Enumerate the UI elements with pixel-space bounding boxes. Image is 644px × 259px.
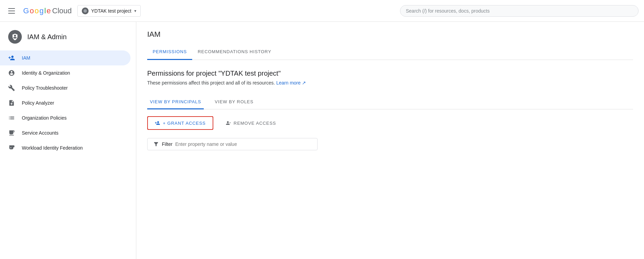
- sidebar-item-workload-label: Workload Identity Federation: [22, 145, 122, 151]
- filter-label: Filter: [162, 141, 172, 147]
- content-body: Permissions for project "YDTAK test proj…: [136, 60, 644, 160]
- search-bar[interactable]: Search (/) for resources, docs, products: [400, 5, 639, 17]
- filter-input[interactable]: [175, 141, 277, 147]
- topbar-left: Google Cloud YDTAK test project ▾: [5, 5, 141, 17]
- main-layout: IAM & Admin IAM Identity & Organization: [0, 22, 644, 259]
- iam-admin-icon: [8, 30, 22, 44]
- wrench-icon: [8, 85, 16, 91]
- sidebar-item-policy-analyzer[interactable]: Policy Analyzer: [0, 95, 131, 110]
- sidebar-item-org-policies[interactable]: Organization Policies: [0, 110, 131, 125]
- monitor-key-icon: [8, 144, 16, 151]
- project-dot-icon: [82, 7, 89, 14]
- logo-g2-blue: g: [40, 6, 44, 15]
- topbar: Google Cloud YDTAK test project ▾ Search…: [0, 0, 644, 22]
- logo-o-red: o: [30, 6, 34, 15]
- sidebar-item-service-accounts[interactable]: Service Accounts: [0, 125, 131, 140]
- list-icon: [8, 115, 16, 121]
- main-tabs: PERMISSIONS RECOMMENDATIONS HISTORY: [147, 44, 633, 60]
- sidebar-item-iam-label: IAM: [22, 55, 122, 61]
- page-title: IAM: [147, 30, 633, 39]
- logo-l-green: l: [44, 6, 46, 15]
- remove-access-button[interactable]: REMOVE ACCESS: [219, 116, 283, 130]
- sidebar-item-service-accounts-label: Service Accounts: [22, 130, 122, 136]
- google-logo: Google Cloud: [23, 6, 72, 15]
- learn-more-link[interactable]: Learn more ↗: [276, 80, 306, 86]
- project-name: YDTAK test project: [91, 8, 132, 14]
- tab-permissions[interactable]: PERMISSIONS: [147, 44, 192, 60]
- sidebar-header: IAM & Admin: [0, 25, 136, 50]
- sidebar-title: IAM & Admin: [27, 33, 67, 41]
- document-search-icon: [8, 100, 16, 106]
- person-remove-icon: [226, 120, 231, 126]
- permissions-description: These permissions affect this project an…: [147, 80, 633, 86]
- grant-access-button[interactable]: + GRANT ACCESS: [147, 116, 213, 130]
- sidebar-item-policy-analyzer-label: Policy Analyzer: [22, 100, 122, 106]
- action-buttons: + GRANT ACCESS REMOVE ACCESS: [147, 116, 633, 130]
- sidebar-item-identity-org[interactable]: Identity & Organization: [0, 65, 131, 80]
- logo-e-red: e: [47, 6, 51, 15]
- permissions-title: Permissions for project "YDTAK test proj…: [147, 70, 633, 77]
- person-add-icon: [8, 55, 16, 61]
- sub-tab-by-roles[interactable]: VIEW BY ROLES: [212, 95, 256, 109]
- monitor-person-icon: [8, 130, 16, 136]
- person-add-button-icon: [155, 120, 160, 126]
- content-area: IAM PERMISSIONS RECOMMENDATIONS HISTORY …: [136, 22, 644, 259]
- sidebar-item-identity-label: Identity & Organization: [22, 70, 122, 76]
- person-circle-icon: [8, 70, 16, 76]
- logo-cloud-text: Cloud: [52, 6, 72, 15]
- sidebar-item-workload-identity[interactable]: Workload Identity Federation: [0, 140, 131, 155]
- project-selector[interactable]: YDTAK test project ▾: [77, 5, 141, 17]
- search-placeholder: Search (/) for resources, docs, products: [406, 8, 490, 14]
- content-header: IAM PERMISSIONS RECOMMENDATIONS HISTORY: [136, 22, 644, 60]
- sidebar: IAM & Admin IAM Identity & Organization: [0, 22, 136, 259]
- sidebar-item-iam[interactable]: IAM: [0, 50, 131, 65]
- sidebar-item-policy-troubleshooter-label: Policy Troubleshooter: [22, 85, 122, 91]
- logo-g-blue: G: [23, 6, 29, 15]
- sidebar-item-policy-troubleshooter[interactable]: Policy Troubleshooter: [0, 80, 131, 95]
- chevron-down-icon: ▾: [134, 9, 136, 13]
- filter-icon: [153, 141, 159, 147]
- shield-person-icon: [11, 33, 19, 41]
- sub-tabs: VIEW BY PRINCIPALS VIEW BY ROLES: [147, 95, 633, 109]
- hamburger-menu[interactable]: [5, 5, 18, 16]
- sub-tab-by-principals[interactable]: VIEW BY PRINCIPALS: [147, 95, 204, 109]
- tab-recommendations[interactable]: RECOMMENDATIONS HISTORY: [192, 44, 277, 60]
- filter-bar: Filter: [147, 138, 318, 150]
- logo-o-yellow: o: [34, 6, 39, 15]
- sidebar-item-org-policies-label: Organization Policies: [22, 115, 122, 121]
